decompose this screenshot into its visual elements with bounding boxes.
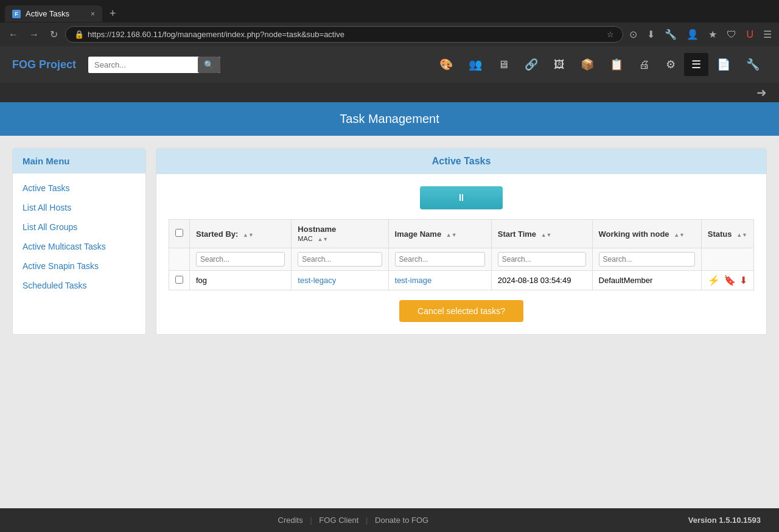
- menu-icon[interactable]: ☰: [761, 26, 774, 43]
- themes-icon[interactable]: 🎨: [432, 53, 460, 76]
- pause-button-area: ⏸: [169, 186, 754, 209]
- row-checkbox[interactable]: [175, 276, 183, 284]
- settings-icon[interactable]: ⚙: [658, 53, 683, 76]
- sidebar-item-active-snapin[interactable]: Active Snapin Tasks: [13, 256, 145, 276]
- content-area: Main Menu Active Tasks List All Hosts Li…: [0, 136, 779, 347]
- sidebar-header: Main Menu: [13, 149, 145, 173]
- address-bar[interactable]: 🔒 https://192.168.60.11/fog/management/i…: [65, 26, 623, 43]
- sidebar-item-list-hosts[interactable]: List All Hosts: [13, 198, 145, 217]
- tasks-icon[interactable]: ☰: [684, 53, 708, 76]
- table-header-row: Started By: ▲▼ Hostname MAC ▲▼ Image Nam…: [169, 220, 754, 248]
- new-tab-button[interactable]: +: [105, 5, 121, 23]
- col-status[interactable]: Status ▲▼: [701, 220, 753, 248]
- table-search-row: [169, 248, 754, 271]
- logout-icon[interactable]: ➜: [756, 85, 767, 100]
- select-all-checkbox[interactable]: [175, 229, 183, 237]
- start-time-value: 2024-08-18 03:54:49: [498, 276, 571, 285]
- image-name-link[interactable]: test-image: [395, 276, 432, 285]
- footer-donate-link[interactable]: Donate to FOG: [375, 516, 428, 525]
- bookmark-star-icon[interactable]: ★: [706, 26, 719, 43]
- network-icon[interactable]: 🔗: [517, 53, 545, 76]
- col-hostname-label: Hostname: [298, 225, 336, 234]
- printer-icon[interactable]: 🖨: [632, 54, 657, 76]
- search-hostname-cell: [292, 248, 388, 271]
- sidebar-menu: Active Tasks List All Hosts List All Gro…: [13, 173, 145, 300]
- refresh-button[interactable]: ↻: [46, 26, 61, 43]
- shield-icon[interactable]: 🛡: [724, 27, 739, 43]
- col-status-label: Status: [708, 229, 732, 239]
- tools-icon[interactable]: 🔧: [739, 53, 767, 76]
- footer-fog-client-link[interactable]: FOG Client: [319, 516, 358, 525]
- tab-favicon: F: [12, 10, 21, 18]
- search-input[interactable]: [88, 57, 198, 73]
- sidebar-item-scheduled[interactable]: Scheduled Tasks: [13, 276, 145, 295]
- account-icon[interactable]: 👤: [684, 26, 701, 43]
- sidebar-item-active-multicast[interactable]: Active Multicast Tasks: [13, 237, 145, 256]
- fog-nav-icons: 🎨 👥 🖥 🔗 🖼 📦 📋 🖨 ⚙ ☰ 📄 🔧: [432, 53, 767, 76]
- active-tab[interactable]: F Active Tasks ×: [5, 5, 102, 22]
- lightning-icon[interactable]: ⚡: [708, 275, 720, 286]
- row-checkbox-cell: [169, 271, 190, 290]
- snapin-icon[interactable]: 📋: [603, 53, 631, 76]
- tab-close-button[interactable]: ×: [91, 10, 95, 18]
- col-hostname[interactable]: Hostname MAC ▲▼: [292, 220, 388, 248]
- hostname-link[interactable]: test-legacy: [298, 276, 336, 285]
- row-hostname: test-legacy: [292, 271, 388, 290]
- cancel-button-label: Cancel selected tasks?: [417, 306, 505, 316]
- col-node[interactable]: Working with node ▲▼: [592, 220, 701, 248]
- search-status-cell: [701, 248, 753, 271]
- sort-status-icon: ▲▼: [736, 233, 747, 238]
- footer-credits-link[interactable]: Credits: [278, 516, 303, 525]
- search-started-by-input[interactable]: [196, 252, 285, 267]
- images-icon[interactable]: 🖼: [547, 54, 572, 76]
- sort-hostname-icon: ▲▼: [317, 237, 328, 242]
- bookmark-icon[interactable]: 🔖: [724, 275, 736, 286]
- pause-all-button[interactable]: ⏸: [420, 186, 503, 209]
- col-start-time[interactable]: Start Time ▲▼: [491, 220, 592, 248]
- hosts-icon[interactable]: 🖥: [491, 54, 516, 76]
- search-image-input[interactable]: [395, 252, 485, 267]
- node-value: DefaultMember: [599, 276, 653, 285]
- download-icon[interactable]: ⬇: [645, 26, 657, 43]
- browser-tabs: F Active Tasks × +: [0, 0, 779, 23]
- browser-chrome: F Active Tasks × + ← → ↻ 🔒 https://192.1…: [0, 0, 779, 46]
- page-header: Task Management: [0, 102, 779, 136]
- pocket-icon[interactable]: ⊙: [627, 26, 640, 43]
- footer-version: Version 1.5.10.1593: [688, 516, 761, 525]
- extension-icon[interactable]: 🔧: [662, 26, 679, 43]
- col-started-by[interactable]: Started By: ▲▼: [190, 220, 292, 248]
- search-button[interactable]: 🔍: [198, 57, 220, 73]
- users-icon[interactable]: 👥: [461, 53, 489, 76]
- pause-icon: ⏸: [456, 192, 466, 203]
- row-status: ⚡ 🔖 ⬇: [701, 271, 753, 290]
- fog-search: 🔍: [88, 57, 220, 73]
- sidebar-item-list-groups[interactable]: List All Groups: [13, 217, 145, 237]
- search-hostname-input[interactable]: [298, 252, 382, 267]
- ublock-icon[interactable]: U: [744, 27, 756, 43]
- cancel-task-icon[interactable]: ⬇: [739, 275, 747, 286]
- storage-icon[interactable]: 📦: [573, 53, 601, 76]
- search-start-time-cell: [491, 248, 592, 271]
- sort-image-icon: ▲▼: [446, 233, 457, 238]
- search-checkbox-cell: [169, 248, 190, 271]
- version-label: Version: [688, 516, 717, 525]
- search-node-input[interactable]: [599, 252, 695, 267]
- browser-nav: ← → ↻ 🔒 https://192.168.60.11/fog/manage…: [0, 23, 779, 46]
- select-all-checkbox-header[interactable]: [169, 220, 190, 248]
- cancel-button-area: Cancel selected tasks?: [169, 300, 754, 322]
- search-start-time-input[interactable]: [498, 252, 586, 267]
- col-image-name[interactable]: Image Name ▲▼: [388, 220, 491, 248]
- search-started-by-cell: [190, 248, 292, 271]
- sidebar-item-active-tasks[interactable]: Active Tasks: [13, 178, 145, 198]
- search-image-cell: [388, 248, 491, 271]
- row-started-by: fog: [190, 271, 292, 290]
- cancel-selected-button[interactable]: Cancel selected tasks?: [399, 300, 523, 322]
- back-button[interactable]: ←: [5, 27, 22, 43]
- reports-icon[interactable]: 📄: [710, 53, 738, 76]
- forward-button[interactable]: →: [26, 27, 43, 43]
- started-by-value: fog: [196, 276, 207, 285]
- col-node-label: Working with node: [599, 229, 669, 239]
- page-title: Task Management: [340, 112, 439, 125]
- sort-node-icon: ▲▼: [674, 233, 685, 238]
- row-start-time: 2024-08-18 03:54:49: [491, 271, 592, 290]
